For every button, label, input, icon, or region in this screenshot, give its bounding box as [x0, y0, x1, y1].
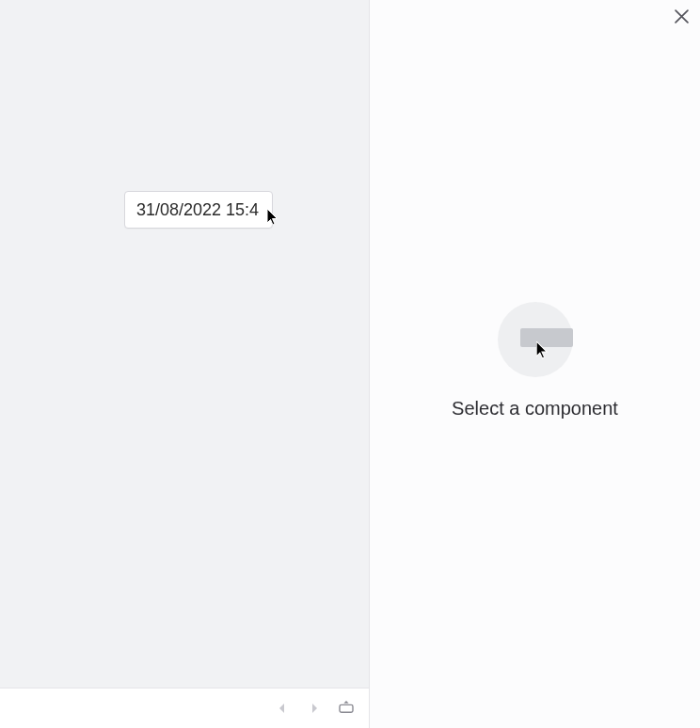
canvas-viewport[interactable]: 31/08/2022 15:4 — [0, 0, 369, 688]
close-button[interactable] — [668, 5, 694, 31]
datetime-input[interactable]: 31/08/2022 15:4 — [124, 191, 273, 229]
inspector-empty-state: Select a component — [452, 302, 618, 419]
nav-forward-button[interactable] — [301, 695, 327, 721]
close-icon — [675, 9, 689, 26]
fullscreen-icon — [338, 701, 355, 717]
canvas-toolbar — [0, 688, 369, 728]
empty-state-text: Select a component — [452, 398, 618, 419]
fullscreen-button[interactable] — [333, 695, 359, 721]
app-root: 31/08/2022 15:4 — [0, 0, 700, 728]
cursor-icon — [536, 341, 549, 363]
empty-state-illustration — [498, 302, 573, 377]
svg-rect-0 — [340, 704, 353, 712]
inspector-pane: Select a component — [370, 0, 700, 728]
chevron-left-icon — [278, 702, 287, 716]
chevron-right-icon — [310, 702, 319, 716]
canvas-pane: 31/08/2022 15:4 — [0, 0, 370, 728]
nav-back-button[interactable] — [269, 695, 295, 721]
